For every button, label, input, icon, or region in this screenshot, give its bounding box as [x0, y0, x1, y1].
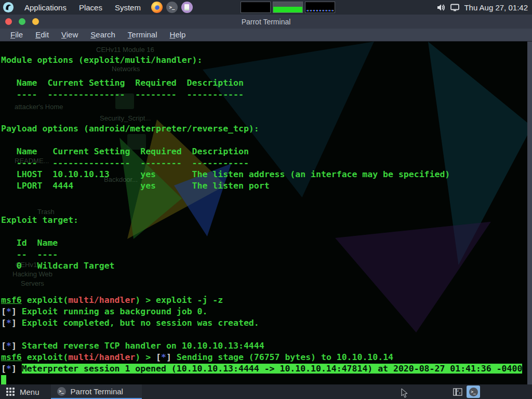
terminal-text-segment: *: [6, 364, 11, 374]
minimize-button[interactable]: [32, 18, 39, 25]
terminal-menubar: File Edit View Search Terminal Help: [0, 29, 532, 42]
terminal-line: Exploit target:: [1, 215, 532, 226]
menu-system[interactable]: System: [109, 0, 147, 15]
terminal-text-segment: Sending stage (76757 bytes) to 10.10.10.…: [177, 352, 393, 362]
terminal-text-segment: ) > exploit -j -z: [135, 295, 223, 305]
terminal-text-segment: Name Current Setting Required Descriptio…: [1, 147, 249, 156]
menu-applications[interactable]: Applications: [18, 0, 73, 15]
terminal-text-segment: msf6: [1, 295, 22, 305]
terminal-text-segment: [: [1, 318, 6, 328]
svg-text:z: z: [459, 391, 461, 394]
taskbar: Menu >_ Parrot Terminal z z >_: [0, 384, 532, 399]
terminal-line: [1, 329, 532, 340]
file-manager-icon[interactable]: [181, 2, 193, 13]
terminal-line: LPORT 4444 yes The listen port: [1, 180, 532, 192]
terminal-screen[interactable]: Module options (exploit/multi/handler): …: [0, 42, 532, 384]
terminal-text-segment: ---- --------------- -------- ----------…: [1, 158, 249, 168]
terminal-text-segment: exploit(: [22, 352, 68, 362]
terminal-line: Id Name: [1, 237, 532, 249]
terminal-text-segment: Started reverse TCP handler on 10.10.10.…: [22, 341, 264, 351]
terminal-text-segment: [1, 375, 6, 385]
close-button[interactable]: [5, 18, 12, 25]
maximize-button[interactable]: [19, 18, 25, 25]
cpu-graph[interactable]: [241, 2, 271, 13]
terminal-line: [*] Started reverse TCP handler on 10.10…: [1, 340, 532, 352]
terminal-text-segment: Exploit running as background job 0.: [22, 307, 208, 316]
terminal-line: [*] Exploit completed, but no session wa…: [1, 317, 532, 329]
terminal-text-segment: ]: [11, 364, 22, 374]
terminal-line: [1, 100, 532, 112]
terminal-text-segment: Meterpreter session 1 opened (10.10.10.1…: [22, 364, 523, 374]
terminal-line: [1, 272, 532, 283]
menu-view[interactable]: View: [56, 30, 83, 41]
terminal-line: [*] Exploit running as background job 0.: [1, 306, 532, 317]
terminal-text-segment: *: [6, 307, 11, 316]
terminal-line: [1, 226, 532, 237]
terminal-text-segment: 0 Wildcard Target: [1, 261, 115, 271]
terminal-text-segment: Payload options (android/meterpreter/rev…: [1, 124, 259, 134]
task-label: Parrot Terminal: [71, 387, 123, 396]
terminal-text-segment: ]: [11, 341, 22, 351]
terminal-text-segment: ) >: [135, 352, 156, 362]
terminal-line: [1, 192, 532, 203]
terminal-output: Module options (exploit/multi/handler): …: [1, 55, 532, 386]
terminal-tray-icon[interactable]: >_: [467, 385, 480, 398]
terminal-text-segment: exploit(: [22, 295, 68, 305]
terminal-text-segment: Exploit completed, but no session was cr…: [22, 318, 259, 328]
network-graph[interactable]: [305, 2, 335, 13]
menu-file[interactable]: File: [5, 30, 28, 41]
terminal-text-segment: multi/handler: [68, 295, 135, 305]
app-grid-icon[interactable]: [6, 388, 15, 396]
panel-clock[interactable]: Thu Aug 27, 01:42: [464, 3, 528, 12]
terminal-text-segment: *: [6, 318, 11, 328]
terminal-text-segment: msf6: [1, 352, 22, 362]
taskbar-menu-button[interactable]: Menu: [20, 388, 39, 396]
terminal-text-segment: -- ----: [1, 249, 58, 259]
taskbar-task-parrot-terminal[interactable]: >_ Parrot Terminal: [51, 384, 142, 399]
terminal-text-segment: ]: [11, 307, 22, 316]
menu-search[interactable]: Search: [85, 30, 121, 41]
window-titlebar: Parrot Terminal: [0, 15, 532, 29]
terminal-line: msf6 exploit(multi/handler) > exploit -j…: [1, 295, 532, 306]
volume-icon[interactable]: [437, 4, 446, 11]
desktop-screen: Applications Places System >_ Thu Aug 27…: [0, 0, 532, 399]
terminal-line: Name Current Setting Required Descriptio…: [1, 146, 532, 157]
panel-launchers: >_: [151, 2, 193, 13]
terminal-text-segment: [: [1, 341, 6, 351]
terminal-line: Name Current Setting Required Descriptio…: [1, 77, 532, 89]
keyboard-indicator-icon[interactable]: z z: [453, 388, 462, 396]
terminal-line: ---- --------------- -------- ----------…: [1, 157, 532, 169]
terminal-text-segment: [: [156, 352, 161, 362]
terminal-line: msf6 exploit(multi/handler) > [*] Sendin…: [1, 352, 532, 363]
menu-terminal[interactable]: Terminal: [123, 30, 163, 41]
window-title: Parrot Terminal: [0, 18, 532, 26]
terminal-text-segment: *: [161, 352, 166, 362]
terminal-text-segment: Id Name: [1, 238, 58, 248]
terminal-icon: >_: [57, 387, 66, 396]
terminal-text-segment: ]: [166, 352, 177, 362]
firefox-icon[interactable]: [151, 2, 163, 13]
display-icon[interactable]: [450, 4, 459, 11]
top-panel: Applications Places System >_ Thu Aug 27…: [0, 0, 532, 15]
terminal-text-segment: [: [1, 307, 6, 316]
terminal-line: [1, 112, 532, 123]
terminal-text-segment: [: [1, 364, 6, 374]
terminal-text-segment: LHOST 10.10.10.13 yes The listen address…: [1, 169, 450, 179]
terminal-line: [*] Meterpreter session 1 opened (10.10.…: [1, 363, 532, 375]
terminal-line: -- ----: [1, 249, 532, 260]
terminal-line: [1, 66, 532, 77]
terminal-line: [1, 135, 532, 146]
terminal-line: LHOST 10.10.10.13 yes The listen address…: [1, 169, 532, 180]
menu-edit[interactable]: Edit: [30, 30, 54, 41]
parrot-logo-icon[interactable]: [3, 2, 14, 13]
terminal-line: Module options (exploit/multi/handler):: [1, 55, 532, 66]
memory-graph[interactable]: [273, 2, 303, 13]
terminal-text-segment: Exploit target:: [1, 215, 78, 225]
menu-places[interactable]: Places: [73, 0, 109, 15]
terminal-scrollbar[interactable]: [527, 42, 532, 384]
terminal-line: Payload options (android/meterpreter/rev…: [1, 123, 532, 135]
menu-help[interactable]: Help: [165, 30, 191, 41]
terminal-icon[interactable]: >_: [166, 2, 178, 13]
terminal-text-segment: Name Current Setting Required Descriptio…: [1, 78, 244, 88]
terminal-line: [1, 283, 532, 295]
